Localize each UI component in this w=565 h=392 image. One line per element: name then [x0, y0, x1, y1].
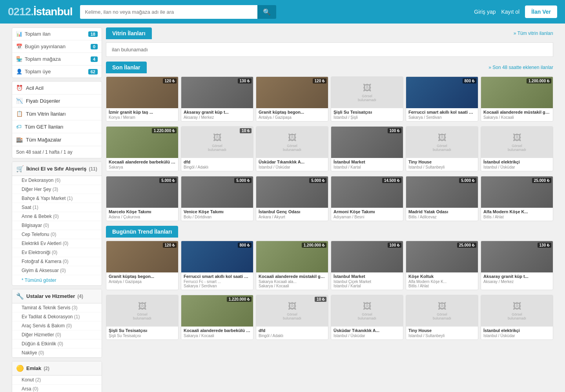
post-ad-button[interactable]: İlan Ver	[525, 5, 557, 18]
category-header-emlak[interactable]: 🟡 Emlak (2)	[12, 361, 102, 376]
cat-sub-bahce[interactable]: Bahçe & Yapı Market (1)	[12, 194, 102, 203]
card-aksaray-granit[interactable]: 130 ₺ Aksaray granit küp t... Aksaray / …	[181, 76, 253, 122]
card-ferrucci-watch[interactable]: 800 ₺ Ferrucci smart akıllı kol saati se…	[406, 76, 478, 122]
nav-acil[interactable]: ⏰Acil Acil	[12, 82, 102, 94]
show-more-link[interactable]: * Tümünü göster	[12, 275, 102, 285]
nav-vitrin[interactable]: 📋Tüm Vitrin İlanları	[12, 107, 102, 120]
cat-sub-konut[interactable]: Konut (2)	[12, 376, 102, 385]
img-placeholder: 🖼 Görselbulunamadı	[406, 127, 478, 158]
card-alfa-modern[interactable]: 25.000 ₺ Alfa Modern Köşe K... Bitlis / …	[481, 176, 553, 221]
image-icon: 🖼	[213, 133, 222, 143]
card-title: Venice Köşe Takımı	[184, 209, 251, 214]
card-istanbul-market[interactable]: 100 ₺ İstanbul Market İstanbul / Kartal	[331, 126, 403, 171]
cat-sub-ev-elektronigi[interactable]: Ev Elektroniği (0)	[12, 248, 102, 257]
son-ilanlar-link[interactable]: » Son 48 saatte eklenen ilanlar	[488, 65, 553, 70]
card-body: Üsküdar Tıkanıklık A... İstanbul / Üsküd…	[331, 327, 403, 339]
card-kocaali-villa[interactable]: 1.200.000 ₺ Kocaali alanderede müstakil …	[481, 76, 553, 122]
wrench-icon: 🔧	[16, 292, 24, 300]
stat-bugun[interactable]: 📅 Bugün yayınlanan 0	[12, 40, 102, 53]
card-tiny-house[interactable]: 🖼 Görselbulunamadı Tiny House İstanbul /…	[406, 126, 478, 171]
register-link[interactable]: Kayıt ol	[501, 9, 519, 15]
cat-sub-dugun[interactable]: Düğün & Etkinlik (0)	[12, 339, 102, 348]
card-madrid[interactable]: 5.000 ₺ Madrid Yatak Odası Bitlis / Adil…	[406, 176, 478, 221]
card-sisli-su[interactable]: 🖼 Görselbulunamadı Şişli Su Tesisatçısı …	[331, 76, 403, 122]
cat-sub-tamirat[interactable]: Tamirat & Teknik Servis (3)	[12, 303, 102, 312]
header: 0212.İstanbul 🔍 Giriş yap Kayıt ol İlan …	[0, 0, 565, 24]
cat-sub-saat[interactable]: Saat (1)	[12, 203, 102, 212]
trend-card-elektrikci[interactable]: 🖼 Görselbulunamadı İstanbul elektrikçi İ…	[481, 295, 553, 340]
image-icon: 🖼	[288, 301, 297, 312]
search-input[interactable]	[80, 5, 257, 19]
stat-magaza[interactable]: 🏪 Toplam mağaza 4	[12, 53, 102, 65]
card-armoni[interactable]: 14.500 ₺ Armoni Köşe Takımı Adıyaman / B…	[331, 176, 403, 221]
card-img: 🖼 Görselbulunamadı	[106, 295, 178, 327]
card-location: İstanbul / Sultanbeyli	[408, 334, 476, 338]
nav-time[interactable]: Son 48 saat / 1 hafta / 1 ay	[12, 146, 102, 158]
cat-sub-anne-bebek[interactable]: Anne & Bebek (0)	[12, 212, 102, 221]
image-icon: 🖼	[513, 301, 521, 312]
stat-toplam-ilan[interactable]: 📊 Toplam ilan 18	[12, 28, 102, 40]
card-img: 🖼 Görselbulunamadı	[481, 127, 553, 158]
card-price: 100 ₺	[388, 128, 401, 133]
nav-fiyat[interactable]: 📉Fiyatı Düşenler	[12, 94, 102, 107]
vitrin-empty: ilan bulunamadı	[106, 42, 553, 57]
nav-get[interactable]: 🏷Tüm GET İlanları	[12, 120, 102, 133]
card-venice[interactable]: 5.000 ₺ Venice Köşe Takımı Bolu / Dörtdi…	[181, 176, 253, 221]
image-icon: 🖼	[288, 133, 297, 143]
trend-card-granit[interactable]: 120 ₺ Granit küptaş begon... Antalya / G…	[106, 241, 179, 290]
trend-card-tiny[interactable]: 🖼 Görselbulunamadı Tiny House İstanbul /…	[406, 295, 478, 340]
search-button[interactable]: 🔍	[257, 5, 276, 19]
card-istanbul-genc[interactable]: 5.000 ₺ İstanbul Genç Odası Ankara / Aky…	[256, 176, 328, 221]
cat-sub-ev-dekorasyon[interactable]: Ev Dekorasyon (6)	[12, 176, 102, 185]
card-location: Sakarya Kocaali ala...	[259, 279, 326, 284]
img-placeholder: 🖼 Görselbulunamadı	[256, 127, 328, 158]
login-link[interactable]: Giriş yap	[474, 9, 496, 15]
cat-sub-arac-servis[interactable]: Araç Servis & Bakım (0)	[12, 321, 102, 330]
trend-card-kocaali[interactable]: 1.200.000 ₺ Kocaali alanderede müstakil …	[256, 241, 328, 290]
trend-section-header: Bugünün Trend İlanları	[106, 226, 553, 238]
card-izmir-granit[interactable]: 120 ₺ İzmir granit küp taş ... Konya / M…	[106, 76, 179, 122]
cat-sub-arsa[interactable]: Arsa (0)	[12, 385, 102, 392]
trend-card-market[interactable]: 100 ₺ İstanbul Market İstanbul Çiçek Mar…	[331, 241, 403, 290]
card-istanbul-elektrikci[interactable]: 🖼 Görselbulunamadı İstanbul elektrikçi İ…	[481, 126, 553, 171]
card-marcelo[interactable]: 5.000 ₺ Marcelo Köşe Takımı Adana / Çuku…	[106, 176, 179, 221]
cat-sub-diger-hizmetler[interactable]: Diğer Hizmetler (0)	[12, 330, 102, 339]
card-price: 1.220.000 ₺	[152, 128, 177, 133]
trend-card-dfd[interactable]: 🖼 Görselbulunamadı 10 ₺ dfd Bingöl / Ada…	[256, 295, 328, 340]
trend-card-sisli-su[interactable]: 🖼 Görselbulunamadı Şişli Su Tesisatçısı …	[106, 295, 179, 340]
cat-sub-elektrikli[interactable]: Elektrikli Ev Aletleri (0)	[12, 239, 102, 248]
card-uskudar-tikanik[interactable]: 🖼 Görselbulunamadı Üsküdar Tıkanıklık A.…	[256, 126, 328, 171]
card-location: Şişli Su Tesisatçısı	[109, 334, 176, 338]
trend-card-ferrucci[interactable]: 800 ₺ Ferrucci smart akıllı kol saati se…	[181, 241, 253, 290]
cat-sub-cep-telefonu[interactable]: Cep Telefonu (0)	[12, 230, 102, 239]
cat-sub-bilgisayar[interactable]: Bilgisayar (0)	[12, 221, 102, 230]
card-body: Kocaali alanderede barbekülü 3+1 müstaki…	[106, 158, 178, 171]
category-header-ustalar[interactable]: 🔧 Ustalar ve Hizmetler (4)	[12, 289, 102, 303]
card-title: İstanbul Genç Odası	[259, 209, 326, 214]
cat-sub-giyim[interactable]: Giyim & Aksesuar (0)	[12, 266, 102, 275]
card-title: Üsküdar Tıkanıklık A...	[334, 328, 401, 333]
card-img: 120 ₺	[256, 77, 328, 108]
nav-magaza[interactable]: 🏬Tüm Mağazalar	[12, 133, 102, 146]
card-granit-begon[interactable]: 120 ₺ Granit küptaş begon... Antalya / G…	[256, 76, 328, 122]
stat-uye[interactable]: 👤 Toplam üye 62	[12, 65, 102, 78]
img-placeholder: 🖼 Görselbulunamadı	[331, 77, 403, 108]
card-price: 120 ₺	[313, 78, 326, 83]
card-dfd[interactable]: 🖼 Görselbulunamadı 10 ₺ dfd Bingöl / Ada…	[181, 126, 253, 171]
trend-card-aksaray[interactable]: 130 ₺ Aksaray granit küp t... Aksaray / …	[481, 241, 553, 290]
img-placeholder: 🖼 Görselbulunamadı	[406, 295, 478, 327]
trend-card-uskudar[interactable]: 🖼 Görselbulunamadı Üsküdar Tıkanıklık A.…	[331, 295, 403, 340]
cat-sub-tadilat[interactable]: Ev Tadilat & Dekorasyon (1)	[12, 312, 102, 321]
image-icon: 🖼	[513, 133, 521, 143]
card-body: Armoni Köşe Takımı Adıyaman / Besni	[331, 208, 403, 221]
card-body: Kocaali alanderede müstakil girişli trib…	[481, 108, 553, 121]
cat-sub-nakliye[interactable]: Nakliye (0)	[12, 348, 102, 358]
trend-card-alfa[interactable]: 25.000 ₺ Köşe Koltuk Alfa Modern Köşe K.…	[406, 241, 478, 290]
card-kocaali-barbekulu[interactable]: 1.220.000 ₺ Kocaali alanderede barbekülü…	[106, 126, 179, 171]
category-header-ikinci-el[interactable]: 🛒 İkinci El ve Sıfır Alışveriş (11)	[12, 162, 102, 176]
trend-card-kocaali2[interactable]: 1.220.000 ₺ Kocaali alanderede barbekülü…	[181, 295, 253, 340]
vitrin-all-link[interactable]: » Tüm vitrin ilanları	[514, 31, 553, 36]
card-location: Adıyaman / Besni	[334, 215, 401, 219]
cat-sub-fotograf[interactable]: Fotoğraf & Kamera (0)	[12, 257, 102, 266]
cat-sub-diger-her-sey[interactable]: Diğer Her Şey (3)	[12, 185, 102, 194]
